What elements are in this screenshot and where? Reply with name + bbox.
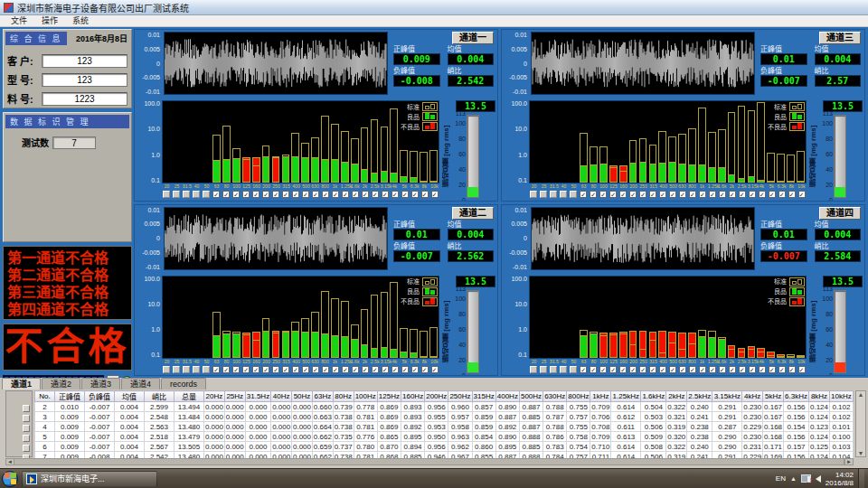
band-checkbox[interactable]: ✓ <box>382 366 389 373</box>
band-checkbox[interactable]: ✓ <box>629 191 637 198</box>
menu-item[interactable]: 系统 <box>65 15 96 27</box>
band-checkbox[interactable]: ✓ <box>372 191 379 198</box>
band-checkbox[interactable]: ✓ <box>411 366 419 373</box>
tab-2[interactable]: 通道2 <box>42 378 80 389</box>
band-checkbox[interactable]: ✓ <box>302 191 309 198</box>
band-checkbox[interactable]: ✓ <box>272 366 279 373</box>
band-checkbox[interactable]: ✓ <box>282 366 289 373</box>
band-checkbox[interactable]: ✓ <box>729 366 736 373</box>
band-checkbox[interactable]: ✓ <box>312 366 319 373</box>
band-checkbox[interactable]: ✓ <box>212 366 220 373</box>
band-checkbox[interactable] <box>540 191 547 198</box>
band-checkbox[interactable]: ✓ <box>759 366 766 373</box>
band-checkbox[interactable]: ✓ <box>382 191 389 198</box>
hidden-icons-arrow[interactable]: ▲ <box>790 475 797 482</box>
band-checkbox[interactable]: ✓ <box>292 366 299 373</box>
row-selector[interactable] <box>6 403 32 413</box>
band-checkbox[interactable]: ✓ <box>232 366 240 373</box>
band-checkbox[interactable]: ✓ <box>739 366 746 373</box>
row-selector[interactable] <box>6 433 32 443</box>
band-checkbox[interactable]: ✓ <box>669 366 676 373</box>
band-checkbox[interactable]: ✓ <box>431 191 439 198</box>
band-checkbox[interactable]: ✓ <box>699 366 706 373</box>
band-checkbox[interactable]: ✓ <box>262 191 269 198</box>
band-checkbox[interactable]: ✓ <box>599 366 607 373</box>
band-checkbox[interactable]: ✓ <box>411 191 419 198</box>
start-button[interactable] <box>2 471 18 487</box>
band-checkbox[interactable] <box>560 191 567 198</box>
band-checkbox[interactable]: ✓ <box>332 191 339 198</box>
band-checkbox[interactable] <box>193 366 200 373</box>
field-value[interactable]: 123 <box>42 73 127 87</box>
band-checkbox[interactable]: ✓ <box>639 366 646 373</box>
band-checkbox[interactable]: ✓ <box>778 366 786 373</box>
band-checkbox[interactable]: ✓ <box>401 191 409 198</box>
channel-button[interactable]: 通道四 <box>819 207 861 220</box>
table-row[interactable]: 20.010-0.0070.0042.59913.4940.0000.0000.… <box>35 402 854 412</box>
band-checkbox[interactable] <box>163 366 170 373</box>
band-checkbox[interactable]: ✓ <box>798 366 806 373</box>
band-checkbox[interactable]: ✓ <box>421 366 429 373</box>
band-checkbox[interactable] <box>570 366 577 373</box>
band-checkbox[interactable]: ✓ <box>798 191 806 198</box>
band-checkbox[interactable]: ✓ <box>699 191 706 198</box>
field-value[interactable]: 123 <box>42 54 127 68</box>
band-checkbox[interactable] <box>550 366 557 373</box>
band-checkbox[interactable] <box>183 366 190 373</box>
band-checkbox[interactable]: ✓ <box>421 191 429 198</box>
band-checkbox[interactable]: ✓ <box>392 191 399 198</box>
vertical-scrollbar[interactable]: ▲▼ <box>855 390 866 457</box>
tab-4[interactable]: 通道4 <box>121 378 160 389</box>
band-checkbox[interactable]: ✓ <box>362 366 369 373</box>
band-checkbox[interactable]: ✓ <box>252 191 259 198</box>
band-checkbox[interactable] <box>173 366 180 373</box>
show-desktop-button[interactable] <box>858 469 864 488</box>
band-checkbox[interactable]: ✓ <box>659 191 666 198</box>
channel-button[interactable]: 通道二 <box>452 207 494 220</box>
table-row[interactable]: 40.009-0.0070.0042.56313.4800.0000.0000.… <box>35 422 854 432</box>
menu-item[interactable]: 操作 <box>34 15 65 27</box>
band-checkbox[interactable]: ✓ <box>629 366 637 373</box>
channel-button[interactable]: 通道三 <box>819 32 861 44</box>
band-checkbox[interactable]: ✓ <box>669 191 676 198</box>
band-checkbox[interactable] <box>173 191 180 198</box>
band-checkbox[interactable]: ✓ <box>639 191 646 198</box>
clock[interactable]: 14:02 2016/8/8 <box>826 471 854 487</box>
band-checkbox[interactable]: ✓ <box>619 191 627 198</box>
band-checkbox[interactable]: ✓ <box>342 191 349 198</box>
band-checkbox[interactable]: ✓ <box>322 191 329 198</box>
band-checkbox[interactable]: ✓ <box>322 366 329 373</box>
field-value[interactable]: 1223 <box>42 92 127 106</box>
band-checkbox[interactable]: ✓ <box>262 366 269 373</box>
band-checkbox[interactable]: ✓ <box>679 366 686 373</box>
band-checkbox[interactable] <box>530 366 537 373</box>
band-checkbox[interactable]: ✓ <box>242 366 250 373</box>
band-checkbox[interactable]: ✓ <box>689 366 696 373</box>
band-checkbox[interactable] <box>193 191 200 198</box>
band-checkbox[interactable]: ✓ <box>590 191 597 198</box>
band-checkbox[interactable]: ✓ <box>769 366 776 373</box>
band-checkbox[interactable]: ✓ <box>431 366 439 373</box>
band-checkbox[interactable]: ✓ <box>272 191 279 198</box>
band-checkbox[interactable] <box>203 191 210 198</box>
band-checkbox[interactable]: ✓ <box>689 191 696 198</box>
volume-icon[interactable] <box>816 475 821 483</box>
band-checkbox[interactable]: ✓ <box>372 366 379 373</box>
row-checkbox[interactable] <box>23 405 30 412</box>
band-checkbox[interactable]: ✓ <box>362 191 369 198</box>
band-checkbox[interactable] <box>560 366 567 373</box>
band-checkbox[interactable]: ✓ <box>739 191 746 198</box>
band-checkbox[interactable] <box>550 191 557 198</box>
table-row[interactable]: 50.009-0.0070.0042.51813.4790.0000.0000.… <box>35 432 854 442</box>
taskbar-app-button[interactable]: 深圳市新海电子... <box>22 471 157 487</box>
band-checkbox[interactable] <box>183 191 190 198</box>
band-checkbox[interactable]: ✓ <box>282 191 289 198</box>
band-checkbox[interactable]: ✓ <box>659 366 666 373</box>
tab-1[interactable]: 通道1 <box>2 378 41 389</box>
band-checkbox[interactable]: ✓ <box>590 366 597 373</box>
band-checkbox[interactable]: ✓ <box>222 191 230 198</box>
table-row[interactable]: 30.009-0.0070.0042.54813.4840.0000.0000.… <box>35 412 854 422</box>
band-checkbox[interactable]: ✓ <box>292 191 299 198</box>
band-checkbox[interactable]: ✓ <box>749 191 756 198</box>
row-checkbox[interactable] <box>23 445 30 452</box>
